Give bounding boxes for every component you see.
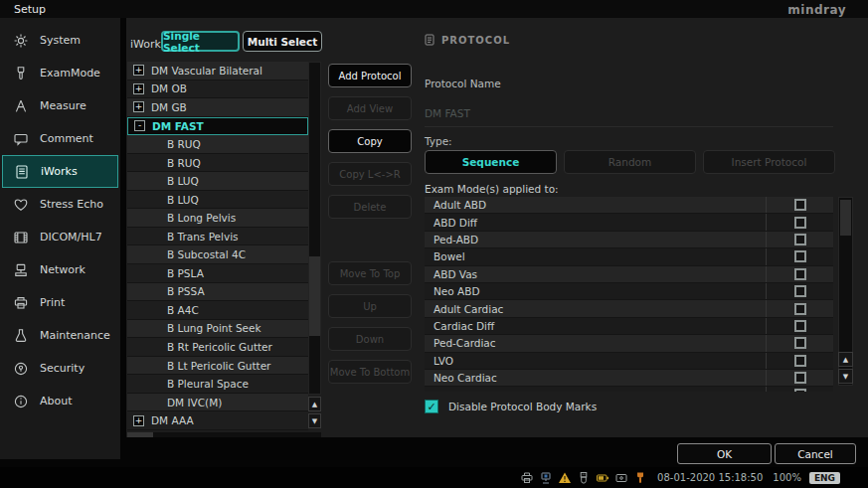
body-marks-label: Disable Protocol Body Marks [448,401,597,412]
warning-icon [558,471,572,485]
sidebar-item-iworks[interactable]: iWorks [2,155,118,188]
protocol-tree-item[interactable]: B Long Pelvis [127,209,308,228]
exam-mode-row[interactable]: Bowel [425,248,833,265]
sidebar-item-network[interactable]: Network [0,253,120,286]
cancel-button[interactable]: Cancel [775,443,856,464]
exam-mode-row[interactable]: ABD Diff [425,214,833,231]
protocol-tree-item[interactable]: DM IVC(M) [127,394,308,412]
copy-button[interactable]: Copy [328,129,412,153]
exam-mode-checkbox[interactable] [794,337,806,349]
protocol-tree-item[interactable]: + DM Vascular Bilateral [127,62,308,81]
exam-mode-row[interactable]: LVO [425,353,833,370]
probe-status-icon [633,471,647,485]
exam-mode-row[interactable]: Neo ABD [425,283,833,300]
expand-toggle-icon[interactable]: - [134,120,145,131]
protocol-tree-label: B Lt Pericolic Gutter [167,360,270,372]
protocol-tree-item[interactable]: B LUQ [127,191,308,210]
protocol-name-input[interactable]: DM FAST [425,107,833,127]
expand-toggle-icon[interactable]: + [133,415,144,426]
protocol-tree-item[interactable]: B RUQ [127,154,308,173]
tree-hscrollbar-thumb[interactable] [127,432,153,437]
exam-table-scrollbar-thumb[interactable] [840,200,851,236]
exam-mode-row[interactable]: Neo Cardiac [425,370,833,387]
exam-table-scroll-up-button[interactable]: ▲ [838,352,853,367]
single-select-button[interactable]: Single Select [161,31,240,52]
exam-mode-checkbox[interactable] [794,250,806,262]
protocol-tree-item[interactable]: + DM OB [127,81,308,99]
exam-mode-checkbox[interactable] [794,372,806,384]
body-marks-checkbox[interactable] [425,400,438,413]
exam-mode-row[interactable]: Ped-Cardiac [425,335,833,352]
printer-status-icon [520,471,534,485]
sidebar-item-label: About [40,395,73,407]
protocol-tree-label: DM IVC(M) [167,397,222,408]
exam-mode-label: Neo ABD [425,283,766,299]
protocol-tree-item[interactable]: B RUQ [127,135,308,154]
exam-mode-checkbox[interactable] [794,355,806,367]
protocol-tree-item[interactable]: B Subcostal 4C [127,245,308,264]
exam-mode-row[interactable]: ABD Vas [425,266,833,283]
exam-mode-label: Bowel [425,248,766,264]
tree-hscrollbar[interactable] [127,432,321,437]
type-sequence-button[interactable]: Sequence [425,150,557,174]
protocol-tree-label: B A4C [167,304,199,316]
exam-table-scroll-down-button[interactable]: ▼ [838,369,853,384]
expand-toggle-icon[interactable]: + [133,65,144,76]
protocol-tree-item[interactable]: B Trans Pelvis [127,228,308,246]
sidebar-item-security[interactable]: Security [0,352,120,385]
sidebar-item-about[interactable]: About [0,385,120,417]
sidebar-item-system[interactable]: System [0,24,120,57]
exam-mode-checkbox-cell [766,232,833,247]
protocol-tree-item[interactable]: B PSSA [127,283,308,302]
expand-toggle-icon[interactable]: + [133,101,144,112]
exam-mode-row[interactable]: Adult ABD [425,197,833,214]
exam-mode-checkbox[interactable] [794,303,806,315]
exam-mode-checkbox[interactable] [794,199,806,211]
exam-mode-checkbox[interactable] [794,285,806,297]
exam-mode-row[interactable]: Cardiac Diff [425,318,833,335]
sidebar-item-print[interactable]: Print [0,286,120,319]
protocol-tree-label: DM Vascular Bilateral [151,65,262,77]
sidebar-item-label: Network [40,263,86,276]
exam-mode-row[interactable]: Adult Cardiac [425,300,833,317]
exam-mode-label: LVO [425,353,766,369]
tree-scroll-up-button[interactable]: ▲ [308,397,321,411]
protocol-tree-item[interactable]: B A4C [127,301,308,320]
ok-button[interactable]: OK [677,443,772,464]
sidebar-item-label: Comment [40,132,93,145]
add-protocol-button[interactable]: Add Protocol [328,64,412,87]
sidebar-item-maintenance[interactable]: Maintenance [0,319,120,352]
exam-mode-checkbox[interactable] [794,234,806,245]
sidebar-item-comment[interactable]: Comment [0,122,120,155]
protocol-tree-item[interactable]: - DM FAST [127,117,308,136]
shield-icon [13,361,29,377]
sidebar-item-stress-echo[interactable]: Stress Echo [0,188,120,221]
sidebar-item-label: Stress Echo [40,198,103,211]
protocol-tree-item[interactable]: B Rt Pericolic Gutter [127,338,308,357]
add-view-button: Add View [328,96,412,120]
tree-scroll-down-button[interactable]: ▼ [308,413,321,428]
expand-toggle-icon[interactable]: + [133,83,144,94]
protocol-tree-item[interactable]: B PSLA [127,264,308,283]
body-marks-option: Disable Protocol Body Marks [425,400,597,413]
protocol-tree-item[interactable]: B LUQ [127,172,308,191]
protocol-tree-item[interactable]: + DM GB [127,98,308,117]
sidebar-item-exammode[interactable]: ExamMode [0,57,120,89]
exam-mode-checkbox[interactable] [794,268,806,280]
exam-mode-checkbox[interactable] [794,320,806,332]
exam-mode-label: Ped-ABD [425,232,766,247]
protocol-tree-item[interactable]: B Lt Pericolic Gutter [127,357,308,376]
protocol-tree-item[interactable]: + DM AAA [127,411,308,430]
protocol-tree-label: B LUQ [167,194,199,206]
exam-mode-row[interactable]: Ped-ABD [425,232,833,248]
multi-select-button[interactable]: Multi Select [243,31,322,52]
sidebar-item-dicom[interactable]: DICOM/HL7 [0,221,120,253]
protocol-tree-item[interactable]: B Lung Point Seek [127,320,308,339]
battery-icon [596,471,609,485]
protocol-tree-item[interactable]: B Pleural Space [127,375,308,394]
tree-scrollbar-thumb[interactable] [309,256,320,336]
sidebar-item-measure[interactable]: Measure [0,89,120,122]
move-to-bottom-button: Move To Bottom [328,360,412,384]
tree-scrollbar[interactable] [308,62,321,395]
exam-mode-checkbox[interactable] [794,217,806,229]
